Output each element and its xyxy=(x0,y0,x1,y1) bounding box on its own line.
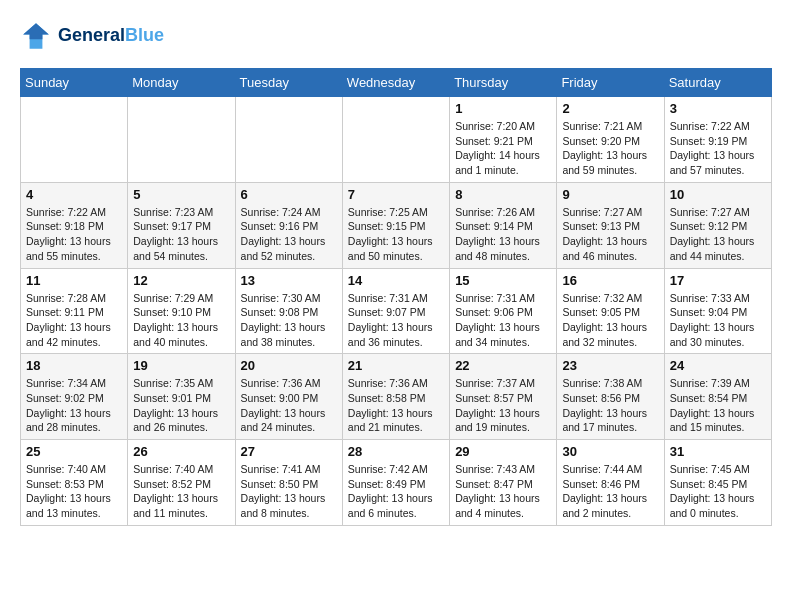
day-number: 22 xyxy=(455,358,551,373)
calendar-cell: 24Sunrise: 7:39 AM Sunset: 8:54 PM Dayli… xyxy=(664,354,771,440)
day-number: 4 xyxy=(26,187,122,202)
calendar-cell: 15Sunrise: 7:31 AM Sunset: 9:06 PM Dayli… xyxy=(450,268,557,354)
day-number: 1 xyxy=(455,101,551,116)
calendar-cell: 2Sunrise: 7:21 AM Sunset: 9:20 PM Daylig… xyxy=(557,97,664,183)
calendar-table: SundayMondayTuesdayWednesdayThursdayFrid… xyxy=(20,68,772,526)
calendar-cell: 18Sunrise: 7:34 AM Sunset: 9:02 PM Dayli… xyxy=(21,354,128,440)
day-number: 12 xyxy=(133,273,229,288)
calendar-cell: 27Sunrise: 7:41 AM Sunset: 8:50 PM Dayli… xyxy=(235,440,342,526)
page-header: GeneralBlue xyxy=(20,20,772,52)
day-number: 7 xyxy=(348,187,444,202)
day-number: 20 xyxy=(241,358,337,373)
day-info: Sunrise: 7:34 AM Sunset: 9:02 PM Dayligh… xyxy=(26,376,122,435)
day-info: Sunrise: 7:37 AM Sunset: 8:57 PM Dayligh… xyxy=(455,376,551,435)
calendar-cell: 10Sunrise: 7:27 AM Sunset: 9:12 PM Dayli… xyxy=(664,182,771,268)
day-info: Sunrise: 7:20 AM Sunset: 9:21 PM Dayligh… xyxy=(455,119,551,178)
weekday-header-monday: Monday xyxy=(128,69,235,97)
day-number: 21 xyxy=(348,358,444,373)
day-number: 16 xyxy=(562,273,658,288)
day-info: Sunrise: 7:29 AM Sunset: 9:10 PM Dayligh… xyxy=(133,291,229,350)
day-info: Sunrise: 7:32 AM Sunset: 9:05 PM Dayligh… xyxy=(562,291,658,350)
day-info: Sunrise: 7:43 AM Sunset: 8:47 PM Dayligh… xyxy=(455,462,551,521)
day-info: Sunrise: 7:22 AM Sunset: 9:18 PM Dayligh… xyxy=(26,205,122,264)
calendar-cell: 29Sunrise: 7:43 AM Sunset: 8:47 PM Dayli… xyxy=(450,440,557,526)
calendar-week-3: 11Sunrise: 7:28 AM Sunset: 9:11 PM Dayli… xyxy=(21,268,772,354)
day-number: 28 xyxy=(348,444,444,459)
calendar-cell: 4Sunrise: 7:22 AM Sunset: 9:18 PM Daylig… xyxy=(21,182,128,268)
day-info: Sunrise: 7:28 AM Sunset: 9:11 PM Dayligh… xyxy=(26,291,122,350)
calendar-week-4: 18Sunrise: 7:34 AM Sunset: 9:02 PM Dayli… xyxy=(21,354,772,440)
calendar-cell: 14Sunrise: 7:31 AM Sunset: 9:07 PM Dayli… xyxy=(342,268,449,354)
day-number: 24 xyxy=(670,358,766,373)
calendar-cell: 25Sunrise: 7:40 AM Sunset: 8:53 PM Dayli… xyxy=(21,440,128,526)
calendar-cell: 31Sunrise: 7:45 AM Sunset: 8:45 PM Dayli… xyxy=(664,440,771,526)
day-info: Sunrise: 7:33 AM Sunset: 9:04 PM Dayligh… xyxy=(670,291,766,350)
day-number: 14 xyxy=(348,273,444,288)
calendar-cell: 22Sunrise: 7:37 AM Sunset: 8:57 PM Dayli… xyxy=(450,354,557,440)
day-info: Sunrise: 7:36 AM Sunset: 8:58 PM Dayligh… xyxy=(348,376,444,435)
day-info: Sunrise: 7:36 AM Sunset: 9:00 PM Dayligh… xyxy=(241,376,337,435)
logo: GeneralBlue xyxy=(20,20,164,52)
day-number: 17 xyxy=(670,273,766,288)
day-info: Sunrise: 7:21 AM Sunset: 9:20 PM Dayligh… xyxy=(562,119,658,178)
calendar-cell: 7Sunrise: 7:25 AM Sunset: 9:15 PM Daylig… xyxy=(342,182,449,268)
calendar-cell: 9Sunrise: 7:27 AM Sunset: 9:13 PM Daylig… xyxy=(557,182,664,268)
day-number: 10 xyxy=(670,187,766,202)
calendar-body: 1Sunrise: 7:20 AM Sunset: 9:21 PM Daylig… xyxy=(21,97,772,526)
calendar-cell: 5Sunrise: 7:23 AM Sunset: 9:17 PM Daylig… xyxy=(128,182,235,268)
day-info: Sunrise: 7:38 AM Sunset: 8:56 PM Dayligh… xyxy=(562,376,658,435)
calendar-week-1: 1Sunrise: 7:20 AM Sunset: 9:21 PM Daylig… xyxy=(21,97,772,183)
day-number: 13 xyxy=(241,273,337,288)
weekday-header-sunday: Sunday xyxy=(21,69,128,97)
day-number: 27 xyxy=(241,444,337,459)
weekday-header-thursday: Thursday xyxy=(450,69,557,97)
calendar-cell xyxy=(235,97,342,183)
day-info: Sunrise: 7:27 AM Sunset: 9:13 PM Dayligh… xyxy=(562,205,658,264)
calendar-cell: 8Sunrise: 7:26 AM Sunset: 9:14 PM Daylig… xyxy=(450,182,557,268)
weekday-header-saturday: Saturday xyxy=(664,69,771,97)
calendar-week-2: 4Sunrise: 7:22 AM Sunset: 9:18 PM Daylig… xyxy=(21,182,772,268)
calendar-cell: 28Sunrise: 7:42 AM Sunset: 8:49 PM Dayli… xyxy=(342,440,449,526)
day-info: Sunrise: 7:31 AM Sunset: 9:06 PM Dayligh… xyxy=(455,291,551,350)
day-number: 19 xyxy=(133,358,229,373)
day-info: Sunrise: 7:39 AM Sunset: 8:54 PM Dayligh… xyxy=(670,376,766,435)
calendar-week-5: 25Sunrise: 7:40 AM Sunset: 8:53 PM Dayli… xyxy=(21,440,772,526)
calendar-cell: 1Sunrise: 7:20 AM Sunset: 9:21 PM Daylig… xyxy=(450,97,557,183)
day-number: 29 xyxy=(455,444,551,459)
logo-text: GeneralBlue xyxy=(58,25,164,47)
day-info: Sunrise: 7:40 AM Sunset: 8:52 PM Dayligh… xyxy=(133,462,229,521)
calendar-cell xyxy=(128,97,235,183)
day-info: Sunrise: 7:23 AM Sunset: 9:17 PM Dayligh… xyxy=(133,205,229,264)
day-number: 6 xyxy=(241,187,337,202)
day-number: 31 xyxy=(670,444,766,459)
day-info: Sunrise: 7:44 AM Sunset: 8:46 PM Dayligh… xyxy=(562,462,658,521)
day-info: Sunrise: 7:31 AM Sunset: 9:07 PM Dayligh… xyxy=(348,291,444,350)
day-number: 9 xyxy=(562,187,658,202)
day-info: Sunrise: 7:26 AM Sunset: 9:14 PM Dayligh… xyxy=(455,205,551,264)
day-number: 15 xyxy=(455,273,551,288)
day-number: 30 xyxy=(562,444,658,459)
calendar-cell: 23Sunrise: 7:38 AM Sunset: 8:56 PM Dayli… xyxy=(557,354,664,440)
calendar-cell: 20Sunrise: 7:36 AM Sunset: 9:00 PM Dayli… xyxy=(235,354,342,440)
day-info: Sunrise: 7:40 AM Sunset: 8:53 PM Dayligh… xyxy=(26,462,122,521)
calendar-cell: 17Sunrise: 7:33 AM Sunset: 9:04 PM Dayli… xyxy=(664,268,771,354)
weekday-header-tuesday: Tuesday xyxy=(235,69,342,97)
calendar-cell xyxy=(342,97,449,183)
day-number: 5 xyxy=(133,187,229,202)
calendar-cell: 3Sunrise: 7:22 AM Sunset: 9:19 PM Daylig… xyxy=(664,97,771,183)
day-number: 11 xyxy=(26,273,122,288)
calendar-cell: 12Sunrise: 7:29 AM Sunset: 9:10 PM Dayli… xyxy=(128,268,235,354)
day-info: Sunrise: 7:30 AM Sunset: 9:08 PM Dayligh… xyxy=(241,291,337,350)
weekday-header-wednesday: Wednesday xyxy=(342,69,449,97)
day-info: Sunrise: 7:42 AM Sunset: 8:49 PM Dayligh… xyxy=(348,462,444,521)
calendar-header: SundayMondayTuesdayWednesdayThursdayFrid… xyxy=(21,69,772,97)
calendar-cell: 26Sunrise: 7:40 AM Sunset: 8:52 PM Dayli… xyxy=(128,440,235,526)
day-number: 3 xyxy=(670,101,766,116)
calendar-cell: 21Sunrise: 7:36 AM Sunset: 8:58 PM Dayli… xyxy=(342,354,449,440)
calendar-cell: 16Sunrise: 7:32 AM Sunset: 9:05 PM Dayli… xyxy=(557,268,664,354)
day-number: 25 xyxy=(26,444,122,459)
day-info: Sunrise: 7:41 AM Sunset: 8:50 PM Dayligh… xyxy=(241,462,337,521)
day-info: Sunrise: 7:22 AM Sunset: 9:19 PM Dayligh… xyxy=(670,119,766,178)
day-number: 8 xyxy=(455,187,551,202)
calendar-cell: 30Sunrise: 7:44 AM Sunset: 8:46 PM Dayli… xyxy=(557,440,664,526)
